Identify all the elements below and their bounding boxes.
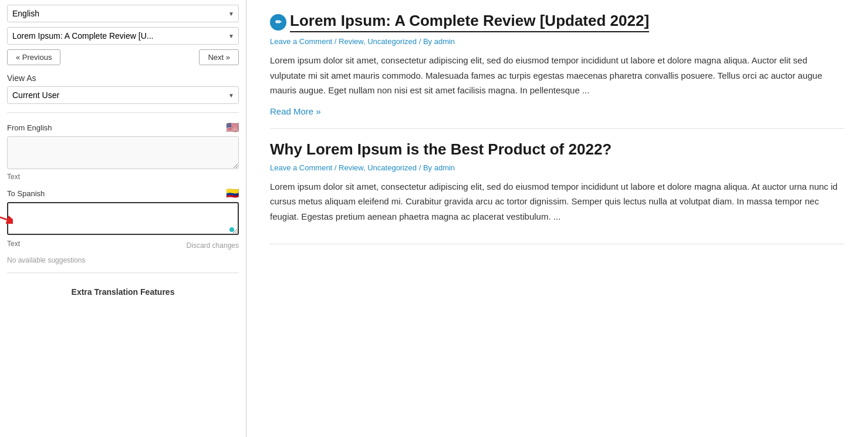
post-select-wrapper[interactable]: Lorem Ipsum: A Complete Review [U... (7, 27, 239, 45)
to-textarea[interactable] (7, 202, 239, 235)
view-as-label: View As (7, 73, 239, 83)
author-link-1[interactable]: admin (434, 37, 455, 46)
section-divider-2 (7, 273, 239, 273)
article-meta-1: Leave a Comment / Review, Uncategorized … (270, 37, 845, 46)
post-select[interactable]: Lorem Ipsum: A Complete Review [U... (7, 27, 239, 45)
from-section: From English 🇺🇸 Text (7, 121, 239, 181)
section-divider (7, 112, 239, 113)
discard-row: Text Discard changes (7, 238, 239, 253)
leave-comment-link-2[interactable]: Leave a Comment (270, 163, 332, 172)
view-as-select-wrapper[interactable]: Current User (7, 86, 239, 104)
red-arrow-annotation (0, 208, 13, 231)
view-as-select[interactable]: Current User (7, 86, 239, 104)
meta-by-1: / By (417, 37, 434, 46)
article-meta-2: Leave a Comment / Review, Uncategorized … (270, 163, 845, 172)
discard-changes-link[interactable]: Discard changes (187, 241, 239, 250)
from-label: From English (7, 123, 52, 132)
language-select[interactable]: English (7, 5, 239, 22)
leave-comment-link-1[interactable]: Leave a Comment (270, 37, 332, 46)
teal-dot (229, 227, 234, 232)
from-textarea[interactable] (7, 136, 239, 169)
to-textarea-container (7, 202, 239, 237)
article-title-text-1: Lorem Ipsum: A Complete Review [Updated … (290, 12, 649, 32)
previous-button[interactable]: « Previous (7, 49, 60, 65)
next-button[interactable]: Next » (199, 49, 239, 65)
article-body-1: Lorem ipsum dolor sit amet, consectetur … (270, 53, 845, 98)
to-text-label: Text (7, 240, 20, 248)
nav-buttons: « Previous Next » (7, 49, 239, 65)
right-panel: ✏ Lorem Ipsum: A Complete Review [Update… (246, 0, 868, 437)
category-link-1[interactable]: Review, Uncategorized (339, 37, 417, 46)
edit-icon-1: ✏ (270, 14, 286, 31)
extra-features-label: Extra Translation Features (7, 287, 239, 297)
read-more-link-1[interactable]: Read More » (270, 106, 321, 116)
article-entry-2: Why Lorem Ipsum is the Best Product of 2… (270, 129, 845, 245)
author-link-2[interactable]: admin (434, 163, 455, 172)
meta-by-2: / By (417, 163, 434, 172)
article-title-1: ✏ Lorem Ipsum: A Complete Review [Update… (270, 12, 845, 32)
from-text-label: Text (7, 173, 239, 181)
to-label: To Spanish (7, 189, 45, 198)
from-lang-row: From English 🇺🇸 (7, 121, 239, 134)
article-entry-1: ✏ Lorem Ipsum: A Complete Review [Update… (270, 0, 845, 129)
meta-sep-1: / (332, 37, 339, 46)
category-link-2[interactable]: Review, Uncategorized (339, 163, 417, 172)
meta-sep-2: / (332, 163, 339, 172)
to-textarea-wrapper (7, 202, 239, 237)
to-flag: 🇨🇴 (226, 187, 239, 200)
suggestions-label: No available suggestions (7, 256, 239, 264)
article-body-2: Lorem ipsum dolor sit amet, consectetur … (270, 179, 845, 224)
language-select-wrapper[interactable]: English (7, 5, 239, 22)
left-panel: English Lorem Ipsum: A Complete Review [… (0, 0, 246, 437)
from-flag: 🇺🇸 (226, 121, 239, 134)
article-title-2: Why Lorem Ipsum is the Best Product of 2… (270, 140, 845, 159)
to-section: To Spanish 🇨🇴 Text Discard changes (7, 187, 239, 253)
to-lang-row: To Spanish 🇨🇴 (7, 187, 239, 200)
